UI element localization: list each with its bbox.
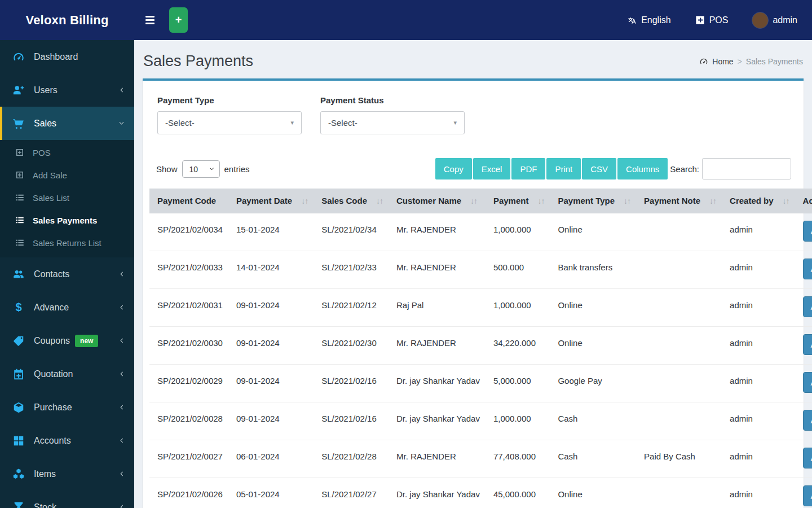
search-input[interactable] — [702, 158, 791, 179]
cell-payment-note — [636, 365, 722, 402]
export-buttons: CopyExcelPDFPrintCSVColumns — [435, 158, 668, 179]
cell-created-by: admin — [722, 289, 795, 327]
column-header-action: Action — [795, 189, 812, 213]
page-length-select[interactable]: 10 — [182, 160, 220, 178]
cell-payment-code: SP/2021/02/0030 — [149, 327, 228, 365]
sidebar-item-label: Purchase — [34, 402, 72, 413]
sidebar-item-purchase[interactable]: Purchase — [0, 391, 134, 424]
cell-payment-code: SP/2021/02/0027 — [149, 440, 228, 478]
sidebar-subitem-sales-payments[interactable]: Sales Payments — [0, 209, 134, 231]
csv-button[interactable]: CSV — [582, 158, 616, 179]
copy-button[interactable]: Copy — [435, 158, 472, 179]
app-logo[interactable]: Veloxn Billing — [0, 13, 134, 28]
sidebar-item-items[interactable]: Items — [0, 457, 134, 491]
sidebar-subitem-label: Sales Returns List — [33, 238, 102, 248]
chevron-left-icon — [118, 404, 125, 411]
sidebar-item-dashboard[interactable]: Dashboard — [0, 40, 134, 73]
sidebar-item-sales[interactable]: Sales — [0, 107, 134, 140]
search-label: Search: — [670, 164, 699, 174]
sidebar-item-accounts[interactable]: Accounts — [0, 424, 134, 457]
sidebar-item-stock[interactable]: Stock — [0, 491, 134, 508]
language-menu[interactable]: English — [626, 15, 670, 25]
column-header-payment-date[interactable]: Payment Date↓↑ — [228, 189, 314, 213]
quick-add-button[interactable]: + — [169, 7, 188, 33]
cell-created-by: admin — [722, 213, 795, 251]
entries-label: entries — [224, 164, 250, 174]
cell-sales-code: SL/2021/02/28 — [314, 440, 389, 478]
column-label: Customer Name — [396, 196, 461, 205]
cube-icon — [12, 401, 25, 414]
cell-payment-type: Online — [550, 213, 636, 251]
cubes-icon — [12, 468, 25, 480]
sidebar-item-advance[interactable]: $Advance — [0, 291, 134, 324]
users-icon — [12, 268, 25, 281]
cell-payment-type: Online — [550, 327, 636, 365]
sort-icon[interactable]: ↓↑ — [470, 196, 477, 205]
excel-button[interactable]: Excel — [473, 158, 511, 179]
payment-type-value: -Select- — [165, 118, 195, 128]
sidebar-subitem-sales-returns-list[interactable]: Sales Returns List — [0, 231, 134, 254]
print-button[interactable]: Print — [546, 158, 581, 179]
columns-button[interactable]: Columns — [617, 158, 668, 179]
column-header-payment[interactable]: Payment↓↑ — [486, 189, 550, 213]
cell-action: Action▾ — [795, 478, 812, 508]
user-name: admin — [773, 15, 797, 25]
action-button[interactable]: Action▾ — [803, 259, 812, 279]
sidebar-submenu-sales: POSAdd SaleSales ListSales PaymentsSales… — [0, 140, 134, 257]
column-label: Sales Code — [321, 196, 367, 205]
sidebar-subitem-add-sale[interactable]: Add Sale — [0, 164, 134, 186]
sidebar-item-users[interactable]: Users — [0, 73, 134, 107]
column-label: Action — [803, 196, 812, 205]
cell-payment: 1,000.000 — [486, 213, 550, 251]
action-button[interactable]: Action▾ — [803, 448, 812, 468]
sort-icon[interactable]: ↓↑ — [709, 196, 716, 205]
pos-label: POS — [709, 15, 729, 25]
sidebar-subitem-label: Sales List — [33, 193, 69, 203]
action-button[interactable]: Action▾ — [803, 334, 812, 355]
sort-icon[interactable]: ↓↑ — [301, 196, 308, 205]
payment-status-select[interactable]: -Select- ▾ — [320, 111, 465, 134]
cell-payment-date: 15-01-2024 — [228, 213, 314, 251]
sidebar-toggle-button[interactable] — [142, 12, 158, 28]
column-label: Payment — [493, 196, 529, 205]
sort-icon[interactable]: ↓↑ — [624, 196, 630, 205]
action-button[interactable]: Action▾ — [803, 485, 812, 506]
page-title: Sales Payments — [143, 52, 253, 70]
sidebar-subitem-pos[interactable]: POS — [0, 141, 134, 164]
column-header-payment-type[interactable]: Payment Type↓↑ — [550, 189, 636, 213]
sidebar-subitem-sales-list[interactable]: Sales List — [0, 186, 134, 209]
sidebar-item-contacts[interactable]: Contacts — [0, 257, 134, 291]
action-button[interactable]: Action▾ — [803, 221, 812, 242]
pos-link[interactable]: POS — [695, 15, 729, 25]
language-icon — [626, 15, 637, 25]
action-button[interactable]: Action▾ — [803, 296, 812, 317]
breadcrumb: Home > Sales Payments — [699, 57, 803, 66]
sidebar-item-label: Contacts — [34, 269, 69, 279]
cell-payment-date: 06-01-2024 — [228, 440, 314, 478]
cell-payment: 34,220.000 — [486, 327, 550, 365]
sort-icon[interactable]: ↓↑ — [376, 196, 383, 205]
sales-payments-table: Payment CodePayment Date↓↑Sales Code↓↑Cu… — [149, 189, 812, 508]
sort-icon[interactable]: ↓↑ — [783, 196, 789, 205]
user-menu[interactable]: admin — [752, 12, 797, 29]
column-header-created-by[interactable]: Created by↓↑ — [722, 189, 795, 213]
action-button[interactable]: Action▾ — [803, 410, 812, 431]
action-button[interactable]: Action▾ — [803, 372, 812, 393]
sort-icon[interactable]: ↓↑ — [537, 196, 544, 205]
breadcrumb-home-link[interactable]: Home — [712, 57, 733, 66]
caret-down-icon: ▾ — [290, 119, 294, 126]
column-header-payment-note[interactable]: Payment Note↓↑ — [636, 189, 722, 213]
list-icon — [15, 215, 25, 225]
sales-payments-card: Payment Type -Select- ▾ Payment Status -… — [143, 78, 804, 508]
breadcrumb-separator: > — [738, 57, 742, 66]
sidebar-item-coupons[interactable]: Couponsnew — [0, 324, 134, 357]
table-row: SP/2021/02/002909-01-2024SL/2021/02/16Dr… — [149, 365, 812, 402]
cell-customer-name: Mr. RAJENDER — [389, 327, 486, 365]
column-header-sales-code[interactable]: Sales Code↓↑ — [314, 189, 389, 213]
cell-payment: 45,000.000 — [486, 478, 550, 508]
pdf-button[interactable]: PDF — [511, 158, 545, 179]
cell-payment-code: SP/2021/02/0029 — [149, 365, 228, 402]
sidebar-item-quotation[interactable]: Quotation — [0, 357, 134, 391]
column-header-customer-name[interactable]: Customer Name↓↑ — [389, 189, 486, 213]
payment-type-select[interactable]: -Select- ▾ — [157, 111, 302, 134]
